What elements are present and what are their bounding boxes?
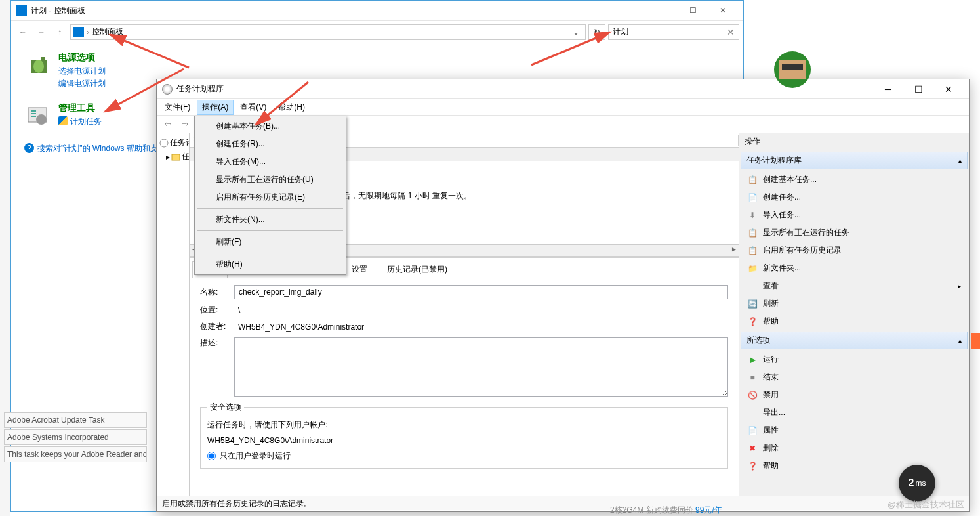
action-label: 显示所有正在运行的任务 bbox=[763, 227, 849, 238]
search-box[interactable]: ✕ bbox=[608, 24, 739, 40]
action-dropdown: 创建基本任务(B)...创建任务(R)...导入任务(M)...显示所有正在运行… bbox=[194, 116, 346, 275]
menu-action[interactable]: 操作(A) bbox=[197, 100, 234, 115]
security-account: WH5B4_YDN_4C8G0\Administrator bbox=[207, 436, 721, 445]
svg-point-5 bbox=[36, 114, 47, 125]
action-item[interactable]: 🔄刷新 bbox=[739, 295, 969, 312]
dropdown-item[interactable]: 创建基本任务(B)... bbox=[196, 118, 344, 135]
ts-close-button[interactable]: ✕ bbox=[933, 79, 964, 99]
action-icon: ▶ bbox=[747, 355, 758, 365]
action-item[interactable]: ▶运行 bbox=[739, 351, 969, 368]
dropdown-item[interactable]: 刷新(F) bbox=[196, 233, 344, 251]
menu-file[interactable]: 文件(F) bbox=[159, 100, 195, 115]
radio-label: 只在用户登录时运行 bbox=[220, 450, 291, 462]
forward-button[interactable]: → bbox=[33, 24, 49, 40]
ts-tree[interactable]: 任务计 ▸ 任 bbox=[157, 133, 190, 496]
bg-fragment: Adobe Acrobat Update Task Adobe Systems … bbox=[4, 412, 147, 463]
action-item[interactable]: ❓帮助 bbox=[739, 457, 969, 475]
timer-unit: ms bbox=[915, 479, 926, 488]
action-item[interactable]: ■结束 bbox=[739, 368, 969, 386]
radio-logged-in[interactable] bbox=[207, 452, 216, 460]
maximize-button[interactable]: ☐ bbox=[678, 1, 708, 20]
refresh-button[interactable]: ↻ bbox=[588, 24, 605, 40]
power-link-0[interactable]: 选择电源计划 bbox=[58, 66, 106, 77]
location-label: 位置: bbox=[200, 305, 234, 316]
ts-maximize-button[interactable]: ☐ bbox=[903, 79, 933, 99]
bg-line: Adobe Acrobat Update Task bbox=[4, 412, 147, 428]
dropdown-item[interactable]: 帮助(H) bbox=[196, 255, 344, 273]
ts-menubar: 文件(F) 操作(A) 查看(V) 帮助(H) bbox=[157, 99, 969, 115]
address-bar[interactable]: › 控制面板 ⌄ bbox=[70, 24, 586, 40]
action-item[interactable]: ⬇导入任务... bbox=[739, 206, 969, 224]
ts-title: 任务计划程序 bbox=[176, 83, 873, 95]
desc-label: 描述: bbox=[200, 337, 234, 349]
action-item[interactable]: 🚫禁用 bbox=[739, 386, 969, 404]
power-title[interactable]: 电源选项 bbox=[58, 52, 106, 64]
tree-child[interactable]: ▸ 任 bbox=[159, 150, 186, 163]
dropdown-item[interactable]: 导入任务(M)... bbox=[196, 153, 344, 171]
side-tab[interactable] bbox=[971, 333, 980, 349]
actions-title: 操作 bbox=[739, 133, 969, 150]
action-icon: ❓ bbox=[747, 316, 758, 327]
action-icon: 📁 bbox=[747, 263, 758, 274]
action-label: 刷新 bbox=[763, 298, 779, 309]
actions-panel: 操作 任务计划程序库 ▴ 📋创建基本任务...📄创建任务...⬇导入任务...📋… bbox=[739, 133, 969, 496]
svg-point-0 bbox=[33, 60, 44, 73]
action-item[interactable]: 查看▸ bbox=[739, 277, 969, 295]
battery-icon bbox=[24, 52, 51, 78]
search-input[interactable] bbox=[613, 28, 727, 37]
addr-dropdown-icon[interactable]: ⌄ bbox=[569, 28, 582, 37]
svg-rect-2 bbox=[31, 110, 36, 112]
action-item[interactable]: 📁新文件夹... bbox=[739, 259, 969, 277]
admin-title[interactable]: 管理工具 bbox=[58, 102, 102, 114]
tab-5[interactable]: 历史记录(已禁用) bbox=[377, 261, 457, 278]
action-item[interactable]: ❓帮助 bbox=[739, 312, 969, 330]
action-label: 创建任务... bbox=[763, 192, 801, 203]
svg-rect-7 bbox=[172, 154, 180, 160]
dropdown-item[interactable]: 显示所有正在运行的任务(U) bbox=[196, 171, 344, 188]
action-icon bbox=[747, 408, 758, 418]
clear-search-icon[interactable]: ✕ bbox=[727, 27, 735, 37]
action-icon: ❓ bbox=[747, 461, 758, 471]
action-item[interactable]: 导出... bbox=[739, 404, 969, 421]
action-item[interactable]: 📋创建基本任务... bbox=[739, 171, 969, 188]
timer-badge: 2 ms bbox=[899, 465, 935, 502]
tab-4[interactable]: 设置 bbox=[342, 261, 377, 278]
action-item[interactable]: ✖删除 bbox=[739, 439, 969, 457]
collapse-icon[interactable]: ▴ bbox=[958, 337, 962, 344]
tb-back-icon[interactable]: ⇦ bbox=[161, 117, 175, 131]
action-icon: 📋 bbox=[747, 175, 758, 185]
expand-icon[interactable]: ▸ bbox=[166, 152, 170, 161]
close-button[interactable]: ✕ bbox=[708, 1, 738, 20]
admin-link-0[interactable]: 计划任务 bbox=[58, 116, 102, 127]
ts-minimize-button[interactable]: ─ bbox=[873, 79, 903, 99]
task-detail: 常规触发器操作条件设置历史记录(已禁用) 名称: 位置: \ 创建者: WH5B… bbox=[190, 256, 739, 496]
breadcrumb[interactable]: 控制面板 bbox=[92, 26, 123, 37]
action-item[interactable]: 📄创建任务... bbox=[739, 188, 969, 206]
action-label: 创建基本任务... bbox=[763, 174, 817, 185]
action-item[interactable]: 📋启用所有任务历史记录 bbox=[739, 242, 969, 259]
action-icon: ■ bbox=[747, 372, 758, 383]
menu-help[interactable]: 帮助(H) bbox=[273, 100, 310, 115]
menu-view[interactable]: 查看(V) bbox=[235, 100, 272, 115]
collapse-icon[interactable]: ▴ bbox=[958, 157, 962, 164]
tree-root[interactable]: 任务计 bbox=[159, 136, 186, 150]
actions-section-lib[interactable]: 任务计划程序库 ▴ bbox=[741, 152, 968, 169]
dropdown-item[interactable]: 创建任务(R)... bbox=[196, 135, 344, 153]
minimize-button[interactable]: ─ bbox=[647, 1, 678, 20]
back-button[interactable]: ← bbox=[15, 24, 31, 40]
dropdown-item[interactable]: 启用所有任务历史记录(E) bbox=[196, 188, 344, 206]
svg-rect-4 bbox=[31, 116, 36, 117]
action-item[interactable]: 📄属性 bbox=[739, 421, 969, 439]
actions-section-selected[interactable]: 所选项 ▴ bbox=[741, 332, 968, 349]
dropdown-item[interactable]: 新文件夹(N)... bbox=[196, 211, 344, 228]
desc-textarea[interactable] bbox=[234, 337, 728, 397]
location-value: \ bbox=[234, 306, 728, 315]
cp-navbar: ← → ↑ › 控制面板 ⌄ ↻ ✕ bbox=[11, 20, 743, 43]
power-link-1[interactable]: 编辑电源计划 bbox=[58, 78, 106, 89]
tb-forward-icon[interactable]: ⇨ bbox=[178, 117, 192, 131]
action-item[interactable]: 📋显示所有正在运行的任务 bbox=[739, 224, 969, 242]
up-button[interactable]: ↑ bbox=[52, 24, 68, 40]
action-icon: 🚫 bbox=[747, 390, 758, 400]
status-bar: 启用或禁用所有任务历史记录的日志记录。 bbox=[157, 496, 969, 510]
name-input[interactable] bbox=[234, 285, 728, 299]
